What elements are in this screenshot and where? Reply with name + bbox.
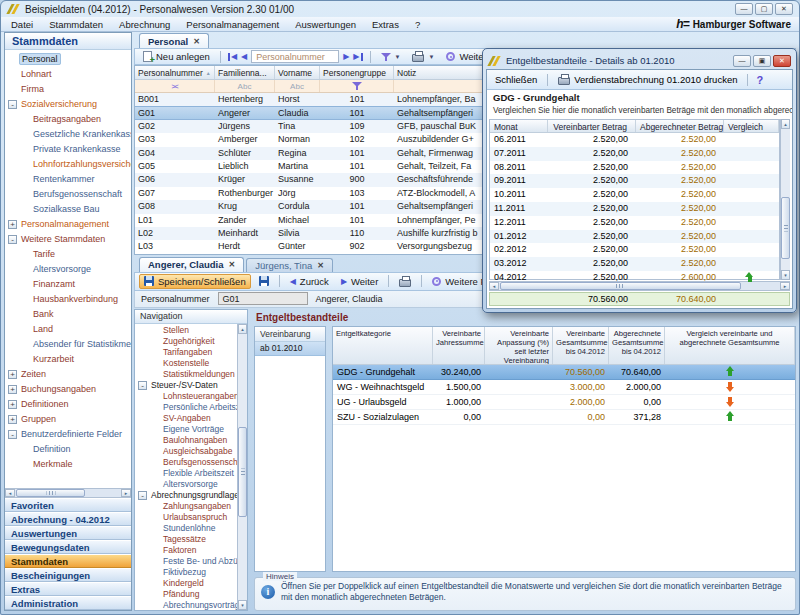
tree-item[interactable]: Sozialkasse Bau [5, 202, 131, 217]
table-row[interactable]: 08.20112.520,002.520,00 [490, 161, 779, 175]
tree-item[interactable]: Finanzamt [5, 277, 131, 292]
tree-item[interactable]: Lohnart [5, 67, 131, 82]
scroll-right-icon[interactable]: ▸ [780, 282, 790, 290]
close-icon[interactable]: ✕ [775, 3, 793, 15]
expander-icon[interactable]: + [8, 415, 17, 424]
sidebar-section-button[interactable]: Auswertungen [5, 526, 131, 540]
tree-item[interactable]: Gesetzliche Krankenkasse [5, 127, 131, 142]
table-row[interactable]: UG - Urlaubsgeld1.000,002.000,000,00 [333, 395, 795, 410]
tree-item[interactable]: Ausgleichsabgabe [135, 446, 237, 457]
tree-item[interactable]: Bank [5, 307, 131, 322]
expander-icon[interactable]: - [8, 430, 17, 439]
scrollbar-thumb[interactable] [781, 197, 790, 259]
scroll-up-icon[interactable]: ▴ [238, 324, 247, 334]
tree-item[interactable]: Zugehörigkeit [135, 336, 237, 347]
filter-cell[interactable]: >< [135, 80, 215, 92]
print-button[interactable]: ▼ [408, 50, 438, 63]
sidebar-section-button[interactable]: Extras [5, 582, 131, 596]
tree-item[interactable]: -Steuer-/SV-Daten [135, 380, 237, 391]
filter-cell[interactable] [320, 80, 394, 92]
back-button[interactable]: ◀Zurück [286, 275, 333, 288]
restore-icon[interactable]: ▣ [753, 55, 771, 67]
scroll-down-icon[interactable]: ▾ [781, 270, 790, 280]
tree-item[interactable]: Persönliche Arbeitszeit [135, 402, 237, 413]
tree-item[interactable]: Hausbankverbindung [5, 292, 131, 307]
tab-angerer-claudia[interactable]: Angerer, Claudia ✕ [139, 257, 244, 272]
table-row[interactable]: 09.20112.520,002.520,00 [490, 174, 779, 188]
personalnummer-nav-input[interactable]: Personalnummer [251, 50, 339, 63]
tree-item[interactable]: Kostenstelle [135, 358, 237, 369]
previous-record-button[interactable]: ◀ [241, 52, 247, 61]
tree-item[interactable]: +Definitionen [5, 397, 131, 412]
table-row[interactable]: 03.20122.520,002.520,00 [490, 257, 779, 271]
sidebar-section-button[interactable]: Administration [5, 596, 131, 610]
sidebar-section-button[interactable]: Bescheinigungen [5, 568, 131, 582]
column-header[interactable]: Vorname [275, 66, 320, 79]
expander-icon[interactable]: + [8, 220, 17, 229]
column-header[interactable]: Entgeltkategorie [333, 327, 433, 364]
tab-juergens-tina[interactable]: Jürgens, Tina ✕ [246, 258, 333, 272]
tree-item[interactable]: Berufsgenossenschaft [135, 457, 237, 468]
filter-cell[interactable]: Abc [215, 80, 275, 92]
tab-close-icon[interactable]: ✕ [317, 261, 324, 270]
tree-item[interactable]: Beitragsangaben [5, 112, 131, 127]
tree-item[interactable]: Tarife [5, 247, 131, 262]
minimize-icon[interactable]: — [733, 55, 751, 67]
column-header[interactable]: Familienna... [215, 66, 275, 79]
tree-item[interactable]: -Weitere Stammdaten [5, 232, 131, 247]
help-button[interactable]: ? [754, 74, 765, 86]
tree-item[interactable]: Fiktivbezug [135, 567, 237, 578]
tree-item[interactable]: Altersvorsorge [135, 479, 237, 490]
scroll-up-icon[interactable]: ▴ [781, 119, 790, 129]
column-header[interactable]: Abgerechneter Betrag [636, 120, 724, 132]
expander-icon[interactable]: - [8, 235, 17, 244]
save-button[interactable] [255, 275, 273, 287]
tree-item[interactable]: Firma [5, 82, 131, 97]
scrollbar-thumb[interactable] [16, 489, 85, 497]
tree-item[interactable]: Tagessätze [135, 534, 237, 545]
menu-item-0[interactable]: Datei [3, 18, 41, 31]
tab-close-icon[interactable]: ✕ [229, 260, 236, 269]
column-header[interactable]: Abgerechnete Gesamtsumme bis 04.2012 [609, 327, 665, 364]
vereinbarung-item[interactable]: ab 01.2010 [255, 342, 325, 356]
sidebar-section-button[interactable]: Favoriten [5, 498, 131, 512]
column-header[interactable]: Personalnummer▲ [135, 66, 215, 79]
tree-item[interactable]: Definition [5, 442, 131, 457]
menu-item-6[interactable]: ? [407, 18, 428, 31]
tree-item[interactable]: +Personalmanagement [5, 217, 131, 232]
save-close-button[interactable]: Speichern/Schließen [139, 274, 251, 289]
tree-item[interactable]: +Gruppen [5, 412, 131, 427]
tree-item[interactable]: Kurzarbeit [5, 352, 131, 367]
close-icon[interactable]: ✕ [773, 55, 791, 67]
expander-icon[interactable]: + [8, 400, 17, 409]
tree-item[interactable]: Private Krankenkasse [5, 142, 131, 157]
tree-item[interactable]: Stellen [135, 325, 237, 336]
tree-item[interactable]: Flexible Arbeitszeit [135, 468, 237, 479]
menu-item-5[interactable]: Extras [364, 18, 407, 31]
expander-icon[interactable]: - [8, 100, 17, 109]
next-button[interactable]: ▶Weiter [337, 275, 382, 288]
tree-item[interactable]: Personal [5, 52, 131, 67]
tree-item[interactable]: Pfändung [135, 589, 237, 600]
menu-item-3[interactable]: Personalmanagement [178, 18, 287, 31]
personalnummer-field[interactable]: G01 [218, 292, 308, 305]
tree-item[interactable]: Eigene Vorträge [135, 424, 237, 435]
column-header[interactable]: Vergleich [724, 120, 779, 132]
tree-item[interactable]: Statistikmeldungen [135, 369, 237, 380]
tree-item[interactable]: Absender für Statistikmeldung [5, 337, 131, 352]
tree-item[interactable]: Rentenkammer [5, 172, 131, 187]
table-row[interactable]: 07.20112.520,002.520,00 [490, 147, 779, 161]
scrollbar-thumb[interactable] [238, 427, 247, 518]
table-row[interactable]: 01.20122.520,002.520,00 [490, 230, 779, 244]
tree-item[interactable]: +Buchungsangaben [5, 382, 131, 397]
tree-item[interactable]: Stundenlöhne [135, 523, 237, 534]
tree-item[interactable]: Lohnfortzahlungsversicherung [5, 157, 131, 172]
tree-item[interactable]: Urlaubsanspruch [135, 512, 237, 523]
table-row[interactable]: 12.20112.520,002.520,00 [490, 216, 779, 230]
first-record-button[interactable]: ◀ [227, 52, 237, 61]
new-record-button[interactable]: Neu anlegen [139, 50, 214, 63]
tree-item[interactable]: Berufsgenossenschaft [5, 187, 131, 202]
tree-item[interactable]: Tarifangaben [135, 347, 237, 358]
tree-item[interactable]: Abrechnungsvorträge [135, 600, 237, 610]
expander-icon[interactable]: - [138, 381, 147, 390]
